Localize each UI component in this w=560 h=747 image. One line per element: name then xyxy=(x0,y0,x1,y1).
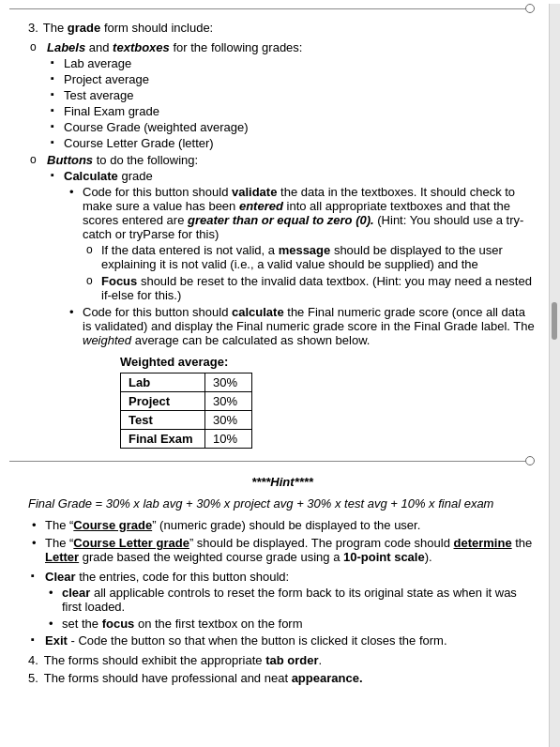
buttons-text: Buttons to do the following: xyxy=(47,153,198,167)
greater-italic: greater than or equal to zero (0). xyxy=(188,213,374,227)
buttons-item: Buttons to do the following: Calculate g… xyxy=(47,153,537,449)
table-row: Project 30% xyxy=(121,392,252,411)
outer-list: Labels and textboxes for the following g… xyxy=(28,40,537,449)
entered-italic: entered xyxy=(239,199,283,213)
clear-bold: Clear xyxy=(45,570,76,584)
table-row: Lab 30% xyxy=(121,374,252,392)
page-container: 3. The grade form should include: Labels… xyxy=(0,4,560,747)
course-grade-bullet: The “Course grade” (numeric grade) shoul… xyxy=(45,518,537,532)
item-5-text: The forms should have professional and n… xyxy=(44,671,363,685)
weighted-table: Lab 30% Project 30% Test 30% xyxy=(120,373,252,449)
calculate-item: Calculate grade Code for this button sho… xyxy=(64,169,537,449)
top-section: 3. The grade form should include: Labels… xyxy=(0,17,546,449)
clear-sub-1: clear all applicable controls to reset t… xyxy=(62,586,537,614)
buttons-bullet-list: Calculate grade Code for this button sho… xyxy=(47,169,537,449)
clear-text: Clear the entries, code for this button … xyxy=(45,570,289,584)
grade-item-4: Final Exam grade xyxy=(64,104,537,118)
focus-subbullet: Focus should be reset to the invalid dat… xyxy=(101,274,537,302)
calculate-bullet: Code for this button should calculate th… xyxy=(83,305,537,347)
formula-text: Final Grade = 30% x lab avg + 30% x proj… xyxy=(28,496,537,511)
item-3-heading: 3. The grade form should include: xyxy=(28,21,537,35)
validate-inner-list: If the data entered is not valid, a mess… xyxy=(83,243,537,302)
validate-bold: validate xyxy=(232,185,277,199)
item-4: 4. The forms should exhibit the appropri… xyxy=(28,653,537,667)
clear-sub-2: set the focus on the first textbox on th… xyxy=(62,617,537,631)
message-text: If the data entered is not valid, a mess… xyxy=(101,243,503,271)
clear-sub-2-text: set the focus on the first textbox on th… xyxy=(62,617,303,631)
message-bold: message xyxy=(279,243,331,257)
calculate-bold: Calculate xyxy=(64,169,118,183)
letter-bold: Letter xyxy=(45,550,79,564)
item-3-text: The grade form should include: xyxy=(43,21,213,35)
focus-text: Focus should be reset to the invalid dat… xyxy=(101,274,532,302)
ten-point-bold: 10-point scale xyxy=(343,550,425,564)
table-cell-final-name: Final Exam xyxy=(121,430,205,449)
labels-italic: Labels xyxy=(47,40,85,54)
calculate-text: Calculate grade xyxy=(64,169,153,183)
item-5: 5. The forms should have professional an… xyxy=(28,671,537,685)
table-cell-proj-value: 30% xyxy=(205,392,252,411)
weighted-section: Weighted average: Lab 30% Project 30% xyxy=(120,355,537,449)
course-grade-text: The “Course grade” (numeric grade) shoul… xyxy=(45,518,420,532)
grade-item-3: Test average xyxy=(64,88,537,102)
validate-text: Code for this button should validate the… xyxy=(83,185,523,241)
focus-bold: Focus xyxy=(101,274,137,288)
grades-bullet-list: Lab average Project average Test average… xyxy=(47,56,537,150)
item-3-number: 3. xyxy=(28,21,38,35)
course-grade-bold: Course grade xyxy=(73,518,152,532)
labels-text: Labels and textboxes for the following g… xyxy=(47,40,302,54)
clear-bullet-list: Clear the entries, code for this button … xyxy=(28,570,537,648)
validate-bullet: Code for this button should validate the… xyxy=(83,185,537,302)
hint-heading: ****Hint**** xyxy=(28,475,537,489)
bottom-section: ****Hint**** Final Grade = 30% x lab avg… xyxy=(0,471,546,698)
grade-item-5: Course Grade (weighted average) xyxy=(64,120,537,134)
message-subbullet: If the data entered is not valid, a mess… xyxy=(101,243,537,271)
course-letter-text: The “Course Letter grade” should be disp… xyxy=(45,536,532,564)
appearance-bold: appearance. xyxy=(292,671,363,685)
focus-sub-bold: focus xyxy=(102,617,135,631)
calculate-desc: Code for this button should calculate th… xyxy=(83,305,535,347)
calculate-circle-list: Code for this button should validate the… xyxy=(64,185,537,347)
item-5-number: 5. xyxy=(28,671,38,685)
weighted-label: Weighted average: xyxy=(120,355,537,369)
table-cell-lab-value: 30% xyxy=(205,374,252,392)
hint-circle-list: The “Course grade” (numeric grade) shoul… xyxy=(28,518,537,564)
grade-item-2: Project average xyxy=(64,72,537,86)
table-row: Test 30% xyxy=(121,411,252,430)
weighted-italic: weighted xyxy=(83,333,131,347)
exit-text: Exit - Code the button so that when the … xyxy=(45,633,447,648)
table-row: Final Exam 10% xyxy=(121,430,252,449)
grade-item-6: Course Letter Grade (letter) xyxy=(64,136,537,150)
table-cell-proj-name: Project xyxy=(121,392,205,411)
course-letter-bullet: The “Course Letter grade” should be disp… xyxy=(45,536,537,564)
clear-sub-1-text: clear all applicable controls to reset t… xyxy=(62,586,517,614)
grade-item-1: Lab average xyxy=(64,56,537,70)
determine-bold: determine xyxy=(454,536,512,550)
tab-order-bold: tab order xyxy=(265,653,318,667)
buttons-italic: Buttons xyxy=(47,153,93,167)
grade-bold: grade xyxy=(68,21,100,35)
items-4-5-list: 4. The forms should exhibit the appropri… xyxy=(28,653,537,685)
clear-item: Clear the entries, code for this button … xyxy=(45,570,537,631)
course-letter-bold: Course Letter grade xyxy=(73,536,189,550)
textboxes-italic: textboxes xyxy=(113,40,170,54)
table-cell-lab-name: Lab xyxy=(121,374,205,392)
scrollbar-thumb[interactable] xyxy=(552,302,557,340)
calc-bold: calculate xyxy=(232,305,284,319)
item-4-number: 4. xyxy=(28,653,38,667)
exit-item: Exit - Code the button so that when the … xyxy=(45,633,537,648)
clear-sub-bold: clear xyxy=(62,586,90,600)
item-4-text: The forms should exhibit the appropriate… xyxy=(44,653,322,667)
scrollbar-track[interactable] xyxy=(549,4,560,747)
table-cell-test-name: Test xyxy=(121,411,205,430)
labels-item: Labels and textboxes for the following g… xyxy=(47,40,537,150)
table-cell-test-value: 30% xyxy=(205,411,252,430)
exit-bold: Exit xyxy=(45,633,68,648)
clear-sub-list: clear all applicable controls to reset t… xyxy=(45,586,537,631)
table-cell-final-value: 10% xyxy=(205,430,252,449)
